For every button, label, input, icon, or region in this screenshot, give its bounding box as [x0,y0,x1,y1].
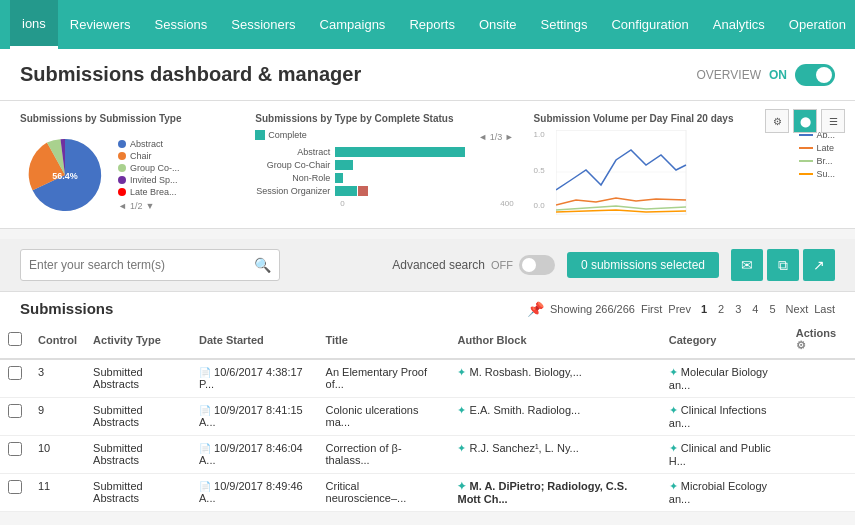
line-legend-late: Late [799,143,835,153]
cell-author-0: ✦ M. Rosbash. Biology,... [449,359,660,398]
nav-item-analytics[interactable]: Analytics [701,0,777,49]
page-links: 1 2 3 4 5 [697,302,780,316]
legend-item-invited: Invited Sp... [118,175,180,185]
pie-chart-svg: 56.4% [20,130,110,220]
chart1-title: Submissions by Submission Type [20,113,235,124]
row-checkbox-3[interactable] [8,480,22,494]
bar-pagination: Complete ◄ 1/3 ► [255,130,513,143]
cell-actions-0 [788,359,855,398]
cell-author-3: ✦ M. A. DiPietro; Radiology, C.S. Mott C… [449,474,660,512]
nav-item-sessioners[interactable]: Sessioners [219,0,307,49]
nav-item-operation[interactable]: Operation [777,0,855,49]
submissions-table: Control Activity Type Date Started Title… [0,321,855,512]
cell-activity-1: Submitted Abstracts [85,398,191,436]
col-date-started: Date Started [191,321,318,359]
row-checkbox-0[interactable] [8,366,22,380]
cell-actions-2 [788,436,855,474]
export-button[interactable]: ↗ [803,249,835,281]
last-link[interactable]: Last [814,303,835,315]
selected-count: 0 submissions selected [567,252,719,278]
cell-title-2: Correction of β-thalass... [318,436,450,474]
copy-button[interactable]: ⧉ [767,249,799,281]
overview-toggle-container: OVERVIEW ON [697,64,835,86]
search-input[interactable] [29,258,254,272]
line-legend: Ab... Late Br... Su... [799,130,835,215]
row-checkbox-1[interactable] [8,404,22,418]
overview-on-label: ON [769,68,787,82]
adv-search-label: Advanced search [392,258,485,272]
cell-activity-3: Submitted Abstracts [85,474,191,512]
page-title: Submissions dashboard & manager [20,63,361,86]
cell-date-0: 📄 10/6/2017 4:38:17 P... [191,359,318,398]
showing-count: Showing 266/266 [550,303,635,315]
chart-settings-btn[interactable]: ⚙ [765,109,789,133]
line-chart-container: 1.0 0.5 0.0 [534,130,835,215]
overview-toggle-switch[interactable] [795,64,835,86]
bar-row-session: Session Organizer [255,186,513,196]
svg-rect-2 [556,130,686,215]
action-buttons: ✉ ⧉ ↗ [731,249,835,281]
actions-gear-icon[interactable]: ⚙ [796,339,806,351]
cell-control-1: 9 [30,398,85,436]
col-control: Control [30,321,85,359]
nav-item-sessions2[interactable]: Sessions [143,0,220,49]
cell-date-1: 📄 10/9/2017 8:41:15 A... [191,398,318,436]
bar-row-abstract: Abstract [255,147,513,157]
overview-label: OVERVIEW [697,68,761,82]
legend-item-late: Late Brea... [118,187,180,197]
pagination-info: 📌 Showing 266/266 First Prev 1 2 3 4 5 N… [527,301,835,317]
line-y-axis: 1.0 0.5 0.0 [534,130,548,210]
col-actions: Actions ⚙ [788,321,855,359]
pin-icon: 📌 [527,301,544,317]
cell-category-2: ✦ Clinical and Public H... [661,436,788,474]
cell-actions-1 [788,398,855,436]
cell-category-0: ✦ Molecular Biology an... [661,359,788,398]
nav-item-reports[interactable]: Reports [397,0,467,49]
nav-item-configuration[interactable]: Configuration [599,0,700,49]
adv-toggle-switch[interactable] [519,255,555,275]
cell-title-3: Critical neuroscience–... [318,474,450,512]
page-4[interactable]: 4 [748,302,762,316]
page-2[interactable]: 2 [714,302,728,316]
bar-chart-container: Complete ◄ 1/3 ► Abstract Group Co-Chair [255,130,513,208]
nav-item-settings[interactable]: Settings [528,0,599,49]
nav-item-reviewers[interactable]: Reviewers [58,0,143,49]
next-link[interactable]: Next [786,303,809,315]
submissions-title: Submissions [20,300,113,317]
cell-control-0: 3 [30,359,85,398]
nav-item-sessions[interactable]: ions [10,0,58,49]
page-5[interactable]: 5 [765,302,779,316]
advanced-search-container: Advanced search OFF [392,255,555,275]
line-legend-br: Br... [799,156,835,166]
bar-axis: 0 400 [255,199,513,208]
chart-list-btn[interactable]: ☰ [821,109,845,133]
chart-pie-btn[interactable]: ⬤ [793,109,817,133]
prev-link[interactable]: Prev [668,303,691,315]
bar-rows: Abstract Group Co-Chair Non-Role [255,147,513,196]
table-header-row: Submissions 📌 Showing 266/266 First Prev… [0,292,855,321]
pie-legend: Abstract Chair Group Co-... Invited Sp..… [118,139,180,211]
email-button[interactable]: ✉ [731,249,763,281]
cell-author-1: ✦ E.A. Smith. Radiolog... [449,398,660,436]
search-input-wrap: 🔍 [20,249,280,281]
table-row: 10 Submitted Abstracts 📄 10/9/2017 8:46:… [0,436,855,474]
table-row: 3 Submitted Abstracts 📄 10/6/2017 4:38:1… [0,359,855,398]
first-link[interactable]: First [641,303,662,315]
row-checkbox-2[interactable] [8,442,22,456]
cell-title-1: Colonic ulcerations ma... [318,398,450,436]
legend-item-chair: Chair [118,151,180,161]
nav-item-campaigns[interactable]: Campaigns [308,0,398,49]
search-icon[interactable]: 🔍 [254,257,271,273]
table-row: 9 Submitted Abstracts 📄 10/9/2017 8:41:1… [0,398,855,436]
nav-item-onsite[interactable]: Onsite [467,0,529,49]
cell-activity-2: Submitted Abstracts [85,436,191,474]
select-all-checkbox[interactable] [8,332,22,346]
page-3[interactable]: 3 [731,302,745,316]
bar-row-group: Group Co-Chair [255,160,513,170]
page-1[interactable]: 1 [697,302,711,316]
charts-controls: ⚙ ⬤ ☰ [765,109,845,133]
col-author-block: Author Block [449,321,660,359]
table-row: 11 Submitted Abstracts 📄 10/9/2017 8:49:… [0,474,855,512]
cell-title-0: An Elementary Proof of... [318,359,450,398]
pie-pagination: ◄ 1/2 ▼ [118,201,180,211]
